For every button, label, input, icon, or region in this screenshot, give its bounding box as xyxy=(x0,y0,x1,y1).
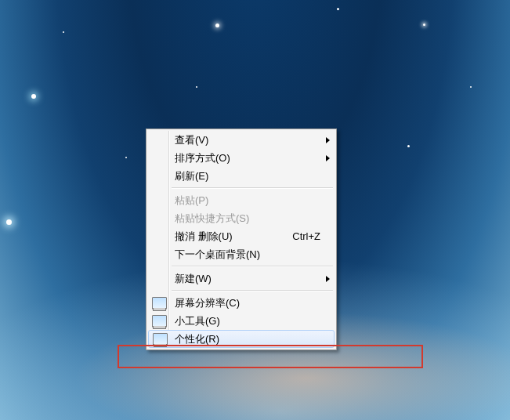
display-icon xyxy=(153,333,168,346)
menu-item-sort[interactable]: 排序方式(O) xyxy=(148,149,335,167)
decorative-star xyxy=(196,86,197,88)
decorative-star xyxy=(407,145,410,147)
menu-item-label: 屏幕分辨率(C) xyxy=(175,296,320,310)
menu-item-personalize[interactable]: 个性化(R) xyxy=(148,330,335,348)
menu-item-view[interactable]: 查看(V) xyxy=(148,131,335,149)
decorative-star xyxy=(63,31,64,33)
menu-item-label: 撤消 删除(U) xyxy=(175,230,277,244)
submenu-arrow-icon xyxy=(326,276,330,282)
decorative-star xyxy=(6,219,12,225)
menu-item-label: 小工具(G) xyxy=(175,314,320,328)
desktop-context-menu: 查看(V)排序方式(O)刷新(E)粘贴(P)粘贴快捷方式(S)撤消 删除(U)C… xyxy=(146,129,337,350)
menu-item-gadgets[interactable]: 小工具(G) xyxy=(148,312,335,330)
menu-item-refresh[interactable]: 刷新(E) xyxy=(148,167,335,185)
menu-separator xyxy=(172,290,333,291)
display-icon xyxy=(152,315,167,328)
decorative-star xyxy=(470,86,472,88)
menu-separator xyxy=(172,266,333,267)
menu-item-label: 粘贴快捷方式(S) xyxy=(175,212,320,226)
decorative-star xyxy=(215,24,219,27)
menu-item-label: 新建(W) xyxy=(175,272,320,286)
submenu-arrow-icon xyxy=(326,155,330,161)
decorative-star xyxy=(125,157,127,158)
menu-item-label: 个性化(R) xyxy=(175,332,320,346)
menu-item-paste-shortcut: 粘贴快捷方式(S) xyxy=(148,209,335,227)
menu-item-undo-delete[interactable]: 撤消 删除(U)Ctrl+Z xyxy=(148,227,335,245)
menu-item-new[interactable]: 新建(W) xyxy=(148,270,335,288)
submenu-arrow-icon xyxy=(326,137,330,143)
menu-item-shortcut: Ctrl+Z xyxy=(292,230,320,242)
desktop-wallpaper[interactable]: 查看(V)排序方式(O)刷新(E)粘贴(P)粘贴快捷方式(S)撤消 删除(U)C… xyxy=(0,0,510,420)
menu-item-label: 粘贴(P) xyxy=(175,194,320,208)
decorative-star xyxy=(31,94,36,99)
display-icon xyxy=(152,297,167,310)
menu-item-label: 查看(V) xyxy=(175,133,320,147)
decorative-star xyxy=(337,8,339,10)
menu-item-next-bg[interactable]: 下一个桌面背景(N) xyxy=(148,245,335,263)
decorative-star xyxy=(423,24,425,26)
menu-item-label: 排序方式(O) xyxy=(175,151,320,165)
menu-item-label: 刷新(E) xyxy=(175,169,320,183)
menu-separator xyxy=(172,187,333,189)
menu-item-paste: 粘贴(P) xyxy=(148,191,335,209)
menu-item-label: 下一个桌面背景(N) xyxy=(175,248,320,262)
menu-item-resolution[interactable]: 屏幕分辨率(C) xyxy=(148,294,335,312)
